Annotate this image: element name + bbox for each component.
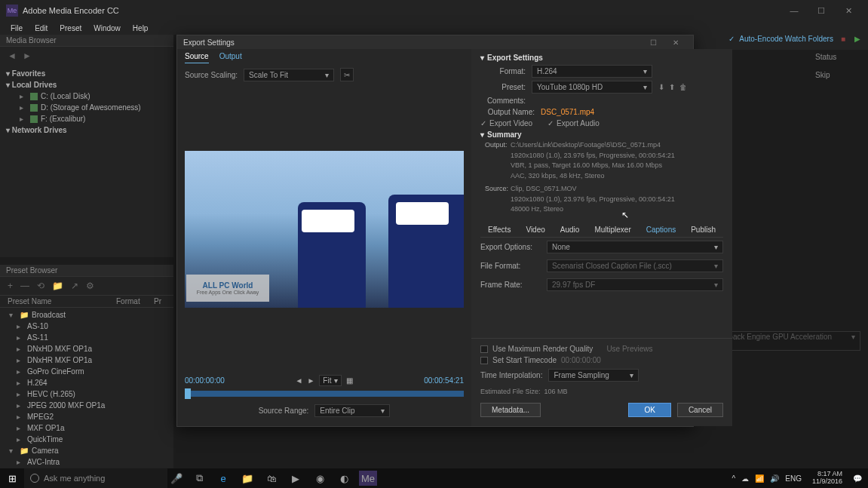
menu-file[interactable]: File xyxy=(6,24,27,32)
maximize-button[interactable]: ☐ xyxy=(808,3,835,18)
tree-local-drives[interactable]: ▾ Local Drives xyxy=(6,79,167,91)
drive-d[interactable]: ▸D: (Storage of Awesomeness) xyxy=(6,102,167,113)
edge-icon[interactable]: e xyxy=(214,471,232,486)
close-button[interactable]: ✕ xyxy=(835,3,862,18)
explorer-icon[interactable]: 📁 xyxy=(238,471,256,486)
mic-icon[interactable]: 🎤 xyxy=(167,471,186,486)
preset-item[interactable]: ▸DNxHR MXF OP1a xyxy=(6,354,167,366)
new-folder-icon[interactable]: 📁 xyxy=(52,281,63,291)
save-preset-icon[interactable]: ⬇ xyxy=(658,83,664,91)
tab-effects[interactable]: Effects xyxy=(480,223,518,237)
output-name-link[interactable]: DSC_0571.mp4 xyxy=(541,108,594,116)
start-button[interactable]: ⊞ xyxy=(0,468,24,488)
preset-item[interactable]: ▸JPEG 2000 MXF OP1a xyxy=(6,400,167,411)
menu-window[interactable]: Window xyxy=(89,24,125,32)
forward-icon[interactable]: ► xyxy=(23,51,32,61)
export-audio-checkbox[interactable]: ✓ Export Audio xyxy=(547,119,600,127)
add-preset-icon[interactable]: + xyxy=(8,281,13,291)
source-range-dropdown[interactable]: Entire Clip▾ xyxy=(314,404,390,417)
fit-dropdown[interactable]: Fit▾ xyxy=(319,375,342,386)
preset-item[interactable]: ▸MPEG2 xyxy=(6,411,167,422)
step-back-icon[interactable]: ◄ xyxy=(296,376,303,385)
store-icon[interactable]: 🛍 xyxy=(262,471,281,486)
dialog-maximize-button[interactable]: ☐ xyxy=(642,38,664,47)
col-prefix[interactable]: Pr xyxy=(154,297,166,305)
menu-edit[interactable]: Edit xyxy=(30,24,52,32)
aspect-icon[interactable]: ▦ xyxy=(346,376,353,385)
language-indicator[interactable]: ENG xyxy=(785,474,802,483)
drive-f[interactable]: ▸F: (Excalibur) xyxy=(6,113,167,124)
timeline-bar[interactable] xyxy=(185,391,464,397)
format-dropdown[interactable]: H.264▾ xyxy=(532,65,652,78)
ok-button[interactable]: OK xyxy=(628,403,670,417)
col-format[interactable]: Format xyxy=(116,297,154,305)
export-preset-icon[interactable]: ↗ xyxy=(71,281,78,291)
delete-preset-icon[interactable]: 🗑 xyxy=(679,83,687,91)
tab-audio[interactable]: Audio xyxy=(553,223,587,237)
export-settings-header[interactable]: ▾ Export Settings xyxy=(480,52,723,63)
export-video-checkbox[interactable]: ✓ Export Video xyxy=(480,119,532,127)
tab-video[interactable]: Video xyxy=(518,223,552,237)
preset-item[interactable]: ▸AS-11 xyxy=(6,332,167,343)
cancel-button[interactable]: Cancel xyxy=(677,403,723,417)
chrome-icon[interactable]: ◉ xyxy=(311,471,329,486)
movies-icon[interactable]: ▶ xyxy=(287,471,305,486)
settings-icon[interactable]: ⚙ xyxy=(86,281,94,291)
sync-icon[interactable]: ⟲ xyxy=(37,281,44,291)
preset-item[interactable]: ▸MXF OP1a xyxy=(6,422,167,434)
notification-icon[interactable]: 💬 xyxy=(853,474,862,483)
obs-icon[interactable]: ◐ xyxy=(335,471,353,486)
tree-network-drives[interactable]: ▾ Network Drives xyxy=(6,124,167,136)
dialog-title: Export Settings xyxy=(183,38,235,47)
max-render-quality-checkbox[interactable] xyxy=(480,345,488,353)
dialog-close-button[interactable]: ✕ xyxy=(664,38,687,47)
tray-up-icon[interactable]: ^ xyxy=(732,474,736,483)
timecode-start[interactable]: 00:00:00:00 xyxy=(185,376,225,385)
tab-source[interactable]: Source xyxy=(185,52,209,63)
task-view-icon[interactable]: ⧉ xyxy=(190,471,208,486)
tab-multiplexer[interactable]: Multiplexer xyxy=(587,223,638,237)
minimize-button[interactable]: — xyxy=(781,3,808,18)
search-box[interactable]: Ask me anything xyxy=(24,468,167,488)
preset-item[interactable]: ▸GoPro CineForm xyxy=(6,366,167,377)
menu-help[interactable]: Help xyxy=(128,24,153,32)
group-broadcast[interactable]: ▾📁 Broadcast xyxy=(6,309,167,321)
volume-icon[interactable]: 🔊 xyxy=(770,474,779,483)
preset-item[interactable]: ▸DNxHD MXF OP1a xyxy=(6,343,167,354)
source-scaling-dropdown[interactable]: Scale To Fit▾ xyxy=(244,69,334,81)
tab-publish[interactable]: Publish xyxy=(683,223,723,237)
auto-encode-checkbox[interactable]: ✓ xyxy=(728,35,735,43)
clock[interactable]: 8:17 AM 11/9/2016 xyxy=(808,471,847,486)
tab-output[interactable]: Output xyxy=(219,52,242,63)
preset-dropdown[interactable]: YouTube 1080p HD▾ xyxy=(532,81,652,94)
remove-preset-icon[interactable]: — xyxy=(20,281,29,291)
preset-item[interactable]: ▸QuickTime xyxy=(6,434,167,445)
tree-favorites[interactable]: ▾ Favorites xyxy=(6,68,167,79)
set-start-tc-checkbox[interactable] xyxy=(480,357,488,364)
media-encoder-task-icon[interactable]: Me xyxy=(359,471,377,486)
preset-item[interactable]: ▸HEVC (H.265) xyxy=(6,388,167,400)
play-button[interactable]: ▶ xyxy=(854,35,860,43)
playhead[interactable] xyxy=(185,388,191,399)
file-format-dropdown[interactable]: Scenarist Closed Caption File (.scc)▾ xyxy=(547,259,723,272)
back-icon[interactable]: ◄ xyxy=(8,51,17,61)
preset-item[interactable]: ▸H.264 xyxy=(6,377,167,388)
metadata-button[interactable]: Metadata... xyxy=(480,403,541,417)
group-camera[interactable]: ▾📁 Camera xyxy=(6,445,167,456)
import-preset-icon[interactable]: ⬆ xyxy=(669,83,675,91)
tab-captions[interactable]: Captions xyxy=(639,223,683,237)
menu-preset[interactable]: Preset xyxy=(55,24,86,32)
frame-rate-dropdown[interactable]: 29.97 fps DF▾ xyxy=(547,278,723,291)
preset-item[interactable]: ▸AS-10 xyxy=(6,321,167,332)
onedrive-icon[interactable]: ☁ xyxy=(741,474,749,483)
step-fwd-icon[interactable]: ► xyxy=(307,376,314,385)
export-options-dropdown[interactable]: None▾ xyxy=(547,241,723,253)
summary-header[interactable]: ▾ Summary xyxy=(480,129,723,140)
time-interp-dropdown[interactable]: Frame Sampling▾ xyxy=(548,369,639,382)
drive-c[interactable]: ▸C: (Local Disk) xyxy=(6,91,167,102)
crop-icon[interactable]: ✂ xyxy=(340,68,354,81)
col-preset-name[interactable]: Preset Name xyxy=(8,297,116,305)
preset-item[interactable]: ▸AVC-Intra xyxy=(6,456,167,468)
network-icon[interactable]: 📶 xyxy=(755,474,764,483)
stop-button[interactable]: ■ xyxy=(841,35,845,43)
